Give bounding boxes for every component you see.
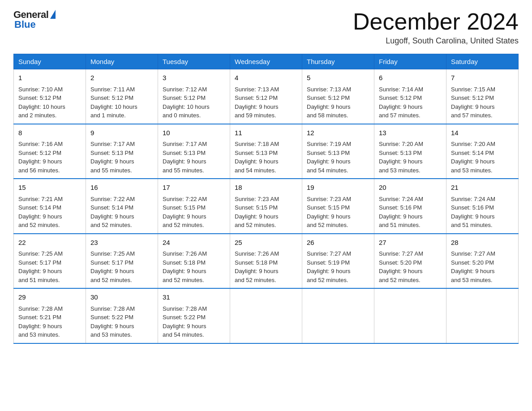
day-info: Sunrise: 7:24 AMSunset: 5:16 PMDaylight:… [451, 196, 495, 229]
calendar-cell: 30Sunrise: 7:28 AMSunset: 5:22 PMDayligh… [86, 288, 158, 343]
title-block: December 2024 Lugoff, South Carolina, Un… [353, 9, 519, 46]
day-info: Sunrise: 7:25 AMSunset: 5:17 PMDaylight:… [18, 250, 63, 283]
day-info: Sunrise: 7:28 AMSunset: 5:22 PMDaylight:… [163, 305, 207, 338]
calendar-cell: 18Sunrise: 7:23 AMSunset: 5:15 PMDayligh… [230, 179, 302, 234]
week-row-4: 22Sunrise: 7:25 AMSunset: 5:17 PMDayligh… [14, 234, 519, 289]
header-thursday: Thursday [302, 54, 374, 69]
day-number: 25 [235, 238, 297, 248]
calendar-cell: 25Sunrise: 7:26 AMSunset: 5:18 PMDayligh… [230, 234, 302, 289]
day-info: Sunrise: 7:26 AMSunset: 5:18 PMDaylight:… [163, 250, 207, 283]
header-friday: Friday [374, 54, 446, 69]
day-number: 15 [18, 183, 81, 193]
day-info: Sunrise: 7:18 AMSunset: 5:13 PMDaylight:… [235, 141, 279, 174]
calendar-cell: 28Sunrise: 7:27 AMSunset: 5:20 PMDayligh… [446, 234, 519, 289]
day-info: Sunrise: 7:20 AMSunset: 5:13 PMDaylight:… [379, 141, 423, 174]
day-number: 2 [90, 73, 153, 83]
day-number: 29 [18, 292, 81, 303]
day-info: Sunrise: 7:26 AMSunset: 5:18 PMDaylight:… [235, 250, 279, 283]
calendar-cell: 17Sunrise: 7:22 AMSunset: 5:15 PMDayligh… [158, 179, 230, 234]
day-info: Sunrise: 7:13 AMSunset: 5:12 PMDaylight:… [235, 86, 279, 119]
week-row-2: 8Sunrise: 7:16 AMSunset: 5:12 PMDaylight… [14, 124, 519, 179]
calendar-cell [374, 288, 446, 343]
day-number: 11 [235, 128, 297, 138]
calendar-cell: 12Sunrise: 7:19 AMSunset: 5:13 PMDayligh… [302, 124, 374, 179]
day-number: 23 [90, 238, 153, 248]
calendar-cell: 3Sunrise: 7:12 AMSunset: 5:12 PMDaylight… [158, 69, 230, 124]
day-info: Sunrise: 7:28 AMSunset: 5:22 PMDaylight:… [90, 305, 135, 338]
day-info: Sunrise: 7:28 AMSunset: 5:21 PMDaylight:… [18, 305, 63, 338]
day-info: Sunrise: 7:14 AMSunset: 5:12 PMDaylight:… [379, 86, 423, 119]
calendar-cell: 20Sunrise: 7:24 AMSunset: 5:16 PMDayligh… [374, 179, 446, 234]
day-number: 18 [235, 183, 297, 193]
day-info: Sunrise: 7:27 AMSunset: 5:20 PMDaylight:… [451, 250, 495, 283]
day-number: 24 [163, 238, 225, 248]
day-number: 31 [163, 292, 225, 303]
week-row-3: 15Sunrise: 7:21 AMSunset: 5:14 PMDayligh… [14, 179, 519, 234]
day-number: 27 [379, 238, 442, 248]
calendar-cell: 5Sunrise: 7:13 AMSunset: 5:12 PMDaylight… [302, 69, 374, 124]
calendar-cell: 21Sunrise: 7:24 AMSunset: 5:16 PMDayligh… [446, 179, 519, 234]
day-number: 26 [307, 238, 369, 248]
calendar-cell: 1Sunrise: 7:10 AMSunset: 5:12 PMDaylight… [14, 69, 86, 124]
calendar-cell: 27Sunrise: 7:27 AMSunset: 5:20 PMDayligh… [374, 234, 446, 289]
day-info: Sunrise: 7:15 AMSunset: 5:12 PMDaylight:… [451, 86, 495, 119]
header-row: SundayMondayTuesdayWednesdayThursdayFrid… [14, 54, 519, 69]
calendar-cell: 24Sunrise: 7:26 AMSunset: 5:18 PMDayligh… [158, 234, 230, 289]
calendar-cell: 2Sunrise: 7:11 AMSunset: 5:12 PMDaylight… [86, 69, 158, 124]
header-wednesday: Wednesday [230, 54, 302, 69]
header-saturday: Saturday [446, 54, 519, 69]
day-number: 16 [90, 183, 153, 193]
day-number: 30 [90, 292, 153, 303]
day-info: Sunrise: 7:22 AMSunset: 5:14 PMDaylight:… [90, 196, 135, 229]
calendar-cell: 14Sunrise: 7:20 AMSunset: 5:14 PMDayligh… [446, 124, 519, 179]
day-info: Sunrise: 7:20 AMSunset: 5:14 PMDaylight:… [451, 141, 495, 174]
calendar-cell: 31Sunrise: 7:28 AMSunset: 5:22 PMDayligh… [158, 288, 230, 343]
day-number: 17 [163, 183, 225, 193]
location-text: Lugoff, South Carolina, United States [353, 36, 519, 46]
day-number: 14 [451, 128, 514, 138]
day-info: Sunrise: 7:27 AMSunset: 5:20 PMDaylight:… [379, 250, 423, 283]
calendar-cell: 10Sunrise: 7:17 AMSunset: 5:13 PMDayligh… [158, 124, 230, 179]
calendar-cell: 8Sunrise: 7:16 AMSunset: 5:12 PMDaylight… [14, 124, 86, 179]
logo-blue-text: Blue [14, 19, 36, 30]
logo: General Blue [13, 9, 56, 30]
month-title: December 2024 [353, 9, 519, 34]
calendar-cell: 19Sunrise: 7:23 AMSunset: 5:15 PMDayligh… [302, 179, 374, 234]
calendar-cell: 6Sunrise: 7:14 AMSunset: 5:12 PMDaylight… [374, 69, 446, 124]
calendar-cell [446, 288, 519, 343]
day-info: Sunrise: 7:12 AMSunset: 5:12 PMDaylight:… [163, 86, 210, 119]
day-number: 12 [307, 128, 369, 138]
day-info: Sunrise: 7:23 AMSunset: 5:15 PMDaylight:… [235, 196, 279, 229]
day-info: Sunrise: 7:23 AMSunset: 5:15 PMDaylight:… [307, 196, 351, 229]
day-info: Sunrise: 7:17 AMSunset: 5:13 PMDaylight:… [90, 141, 135, 174]
day-number: 19 [307, 183, 369, 193]
calendar-cell: 7Sunrise: 7:15 AMSunset: 5:12 PMDaylight… [446, 69, 519, 124]
day-info: Sunrise: 7:10 AMSunset: 5:12 PMDaylight:… [18, 86, 65, 119]
day-number: 4 [235, 73, 297, 83]
calendar-cell [302, 288, 374, 343]
day-info: Sunrise: 7:25 AMSunset: 5:17 PMDaylight:… [90, 250, 135, 283]
calendar-table: SundayMondayTuesdayWednesdayThursdayFrid… [13, 54, 519, 344]
day-number: 9 [90, 128, 153, 138]
day-number: 1 [18, 73, 81, 83]
page-header: General Blue December 2024 Lugoff, South… [13, 9, 519, 46]
logo-triangle-icon [50, 10, 56, 19]
day-number: 7 [451, 73, 514, 83]
day-number: 6 [379, 73, 442, 83]
day-number: 28 [451, 238, 514, 248]
day-info: Sunrise: 7:11 AMSunset: 5:12 PMDaylight:… [90, 86, 137, 119]
day-info: Sunrise: 7:19 AMSunset: 5:13 PMDaylight:… [307, 141, 351, 174]
calendar-cell: 15Sunrise: 7:21 AMSunset: 5:14 PMDayligh… [14, 179, 86, 234]
calendar-cell: 11Sunrise: 7:18 AMSunset: 5:13 PMDayligh… [230, 124, 302, 179]
day-number: 5 [307, 73, 369, 83]
calendar-cell: 13Sunrise: 7:20 AMSunset: 5:13 PMDayligh… [374, 124, 446, 179]
day-info: Sunrise: 7:21 AMSunset: 5:14 PMDaylight:… [18, 196, 63, 229]
day-info: Sunrise: 7:22 AMSunset: 5:15 PMDaylight:… [163, 196, 207, 229]
week-row-5: 29Sunrise: 7:28 AMSunset: 5:21 PMDayligh… [14, 288, 519, 343]
calendar-cell: 16Sunrise: 7:22 AMSunset: 5:14 PMDayligh… [86, 179, 158, 234]
day-number: 8 [18, 128, 81, 138]
day-info: Sunrise: 7:17 AMSunset: 5:13 PMDaylight:… [163, 141, 207, 174]
day-number: 3 [163, 73, 225, 83]
day-info: Sunrise: 7:24 AMSunset: 5:16 PMDaylight:… [379, 196, 423, 229]
calendar-cell: 9Sunrise: 7:17 AMSunset: 5:13 PMDaylight… [86, 124, 158, 179]
